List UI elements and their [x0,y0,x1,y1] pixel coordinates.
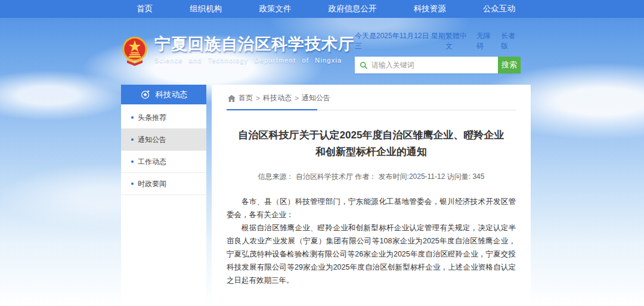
breadcrumb-separator: > [256,94,260,103]
article-paragraph: 根据自治区雏鹰企业、瞪羚企业和创新型标杆企业认定管理有关规定，决定认定半亩良人农… [227,221,516,287]
traditional-chinese-link[interactable]: 繁體中文 [445,31,472,51]
article-body: 各市、县（区）科技管理部门，宁东能源化工基地管委会，银川经济技术开发区管委会，各… [227,195,516,287]
top-navigation-bar: 首页 组织机构 政策文件 政府信息公开 科技资源 公众互动 [0,0,644,18]
site-logo[interactable]: 宁夏回族自治区科学技术厅 Science and Technology Depa… [121,35,355,68]
breadcrumb-home[interactable]: 首页 [239,93,253,103]
date-language-row: 今天是2025年11月12日 星期三 繁體中文 无障碍 长者版 [355,31,521,51]
elderly-version-link[interactable]: 长者版 [501,31,521,51]
header-utilities: 今天是2025年11月12日 星期三 繁體中文 无障碍 长者版 搜索 [355,31,521,73]
tech-news-icon [140,89,150,100]
breadcrumb-separator: > [295,94,299,103]
article-title-line2: 和创新型标杆企业的通知 [227,144,516,160]
sidebar-item-headlines[interactable]: 头条推荐 [121,107,206,129]
content-area: 科技动态 头条推荐 通知公告 工作动态 时政要闻 [121,85,531,306]
breadcrumb: 首页 > 科技动态 > 通知公告 [227,88,516,110]
accessibility-link[interactable]: 无障碍 [476,31,496,51]
breadcrumb-tech-news[interactable]: 科技动态 [263,93,292,103]
search-bar: 搜索 [355,57,521,73]
nav-item-policy[interactable]: 政策文件 [259,4,291,14]
sidebar-item-label: 通知公告 [138,135,166,145]
nav-item-resources[interactable]: 科技资源 [414,4,446,14]
top-navigation-items: 首页 组织机构 政策文件 政府信息公开 科技资源 公众互动 [121,0,531,18]
bullet-dot-icon [131,116,134,119]
search-input[interactable] [371,61,493,69]
sidebar-item-work-news[interactable]: 工作动态 [121,151,206,173]
language-links: 繁體中文 无障碍 长者版 [445,31,521,51]
nav-item-interaction[interactable]: 公众互动 [483,4,515,14]
bullet-dot-icon [131,183,134,185]
nav-item-gov-info[interactable]: 政府信息公开 [329,4,377,14]
sidebar-title: 科技动态 [156,89,188,100]
article-meta: 信息来源： 自治区科学技术厅 作者： 发布时间:2025-11-12 访问量: … [227,172,516,182]
main-panel: 首页 > 科技动态 > 通知公告 自治区科技厅关于认定2025年度自治区雏鹰企业… [212,85,531,306]
current-date-text: 今天是2025年11月12日 星期三 [355,31,445,51]
nav-item-home[interactable]: 首页 [137,4,153,14]
article-title-line1: 自治区科技厅关于认定2025年度自治区雏鹰企业、瞪羚企业 [227,127,516,144]
sidebar-item-label: 工作动态 [138,157,166,167]
sidebar: 科技动态 头条推荐 通知公告 工作动态 时政要闻 [121,85,206,306]
breadcrumb-notices[interactable]: 通知公告 [302,93,330,103]
home-icon [228,95,236,102]
search-icon [360,61,368,70]
sidebar-item-label: 时政要闻 [138,179,166,189]
site-subtitle: Science and Technology Department of Nin… [154,57,355,64]
site-title: 宁夏回族自治区科学技术厅 [154,35,355,54]
sidebar-item-politics-news[interactable]: 时政要闻 [121,173,206,195]
nav-item-organization[interactable]: 组织机构 [190,4,222,14]
search-button[interactable]: 搜索 [498,57,521,73]
article-paragraph: 各市、县（区）科技管理部门，宁东能源化工基地管委会，银川经济技术开发区管委会，各… [227,195,516,221]
sidebar-menu: 头条推荐 通知公告 工作动态 时政要闻 [121,104,206,306]
bullet-dot-icon [131,160,134,163]
article-title: 自治区科技厅关于认定2025年度自治区雏鹰企业、瞪羚企业 和创新型标杆企业的通知 [227,127,516,160]
bullet-dot-icon [131,138,134,141]
sidebar-item-label: 头条推荐 [138,113,166,123]
site-title-block: 宁夏回族自治区科学技术厅 Science and Technology Depa… [154,35,355,64]
sidebar-header: 科技动态 [121,85,206,104]
sidebar-item-notices[interactable]: 通知公告 [121,129,206,151]
national-emblem-icon [121,35,148,68]
search-input-wrapper [355,57,498,73]
